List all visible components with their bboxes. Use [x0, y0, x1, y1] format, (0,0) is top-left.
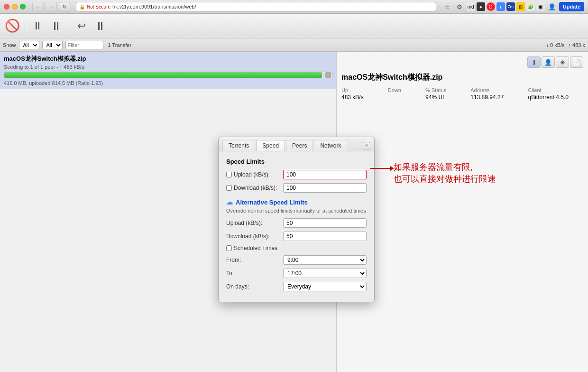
ext-icon-3[interactable]: i: [496, 2, 505, 11]
alt-speed-icon: ☁: [226, 198, 233, 206]
filter-bar: Show All All 1 Transfer ↓ 0 kB/s ↑ 483 k: [0, 38, 588, 52]
transfer-count: 1 Transfer: [108, 42, 132, 48]
traffic-lights: [4, 4, 26, 9]
refresh-button[interactable]: ↻: [59, 2, 70, 11]
client-value: qBittorrent 4.5.0: [528, 94, 583, 101]
url-text: hk.v2fy.com:9091/transmission/web/: [112, 4, 196, 9]
detail-down-col: Down: [388, 87, 416, 101]
progress-container: ⏸: [4, 72, 332, 78]
tab-peers[interactable]: Peers: [286, 140, 313, 151]
from-label: From:: [226, 257, 283, 263]
remove-button[interactable]: ↩: [73, 17, 90, 36]
close-window-button[interactable]: [4, 4, 9, 9]
on-days-row: On days: Everyday: [226, 282, 367, 291]
to-select[interactable]: 17:00: [283, 269, 367, 278]
speed-down: ↓ 0 kB/s: [546, 42, 564, 48]
on-days-label: On days:: [226, 283, 283, 290]
resume-icon: ⏸: [32, 20, 43, 32]
detail-status-col: % Status 94% UI: [425, 87, 461, 101]
browser-titlebar: ← → ↻ 🔒 Not Secure hk.v2fy.com:9091/tran…: [0, 0, 588, 13]
maximize-window-button[interactable]: [20, 4, 26, 9]
bookmark-button[interactable]: ☆: [442, 2, 452, 11]
info-icon: ⏸: [95, 19, 106, 33]
update-button[interactable]: Update: [559, 2, 584, 11]
alt-upload-row: Upload (kB/s):: [226, 218, 367, 228]
detail-up-col: Up 483 kB/s: [341, 87, 378, 101]
ext-icon-7[interactable]: 7m: [506, 2, 515, 11]
torrent-status: Seeding to 1 of 1 peer - ↑ 483 kB/s: [4, 64, 332, 70]
detail-peers-button[interactable]: 👤: [542, 56, 555, 68]
browser-actions: ☆ ⚙ md ● O i 7m ⊞ 🧩 ▣ 👤 Update: [442, 2, 584, 11]
forward-button[interactable]: →: [46, 2, 57, 11]
download-checkbox[interactable]: [226, 185, 232, 191]
progress-bar: [4, 72, 322, 78]
upload-checkbox[interactable]: [226, 172, 232, 177]
tab-torrents[interactable]: Torrents: [222, 140, 255, 151]
on-days-select[interactable]: Everyday: [283, 282, 367, 291]
ext-icon-2[interactable]: ●: [477, 2, 485, 11]
detail-client-col: Client qBittorrent 4.5.0: [528, 87, 583, 101]
add-icon: 🚫: [5, 19, 20, 33]
minimize-window-button[interactable]: [12, 4, 18, 9]
scheduled-row: Scheduled Times: [226, 245, 367, 251]
upload-input[interactable]: [283, 170, 367, 179]
resume-button[interactable]: ⏸: [29, 17, 46, 36]
extensions-button[interactable]: ⚙: [454, 2, 465, 11]
detail-toolbar: ℹ 👤 ✳ 📄: [341, 56, 583, 68]
not-secure-label: Not Secure: [87, 4, 110, 9]
torrent-pause-button[interactable]: ⏸: [325, 72, 331, 78]
from-select[interactable]: 9:00: [283, 255, 367, 265]
detail-files-button[interactable]: 📄: [570, 56, 583, 68]
address-bar[interactable]: 🔒 Not Secure hk.v2fy.com:9091/transmissi…: [76, 2, 436, 11]
ext-icon-4[interactable]: ⊞: [516, 2, 525, 11]
extension-icons: md ● O i 7m ⊞ 🧩 ▣: [467, 2, 545, 11]
show-select[interactable]: All: [19, 41, 39, 49]
status-value: 94% UI: [425, 94, 461, 101]
filter-input[interactable]: [65, 41, 103, 49]
tab-speed[interactable]: Speed: [256, 140, 285, 151]
show-label: Show: [3, 42, 16, 48]
pause-all-icon: ⏸: [51, 19, 62, 33]
tab-network[interactable]: Network: [314, 140, 347, 151]
dialog-tabs: Torrents Speed Peers Network ×: [219, 137, 374, 151]
torrent-item[interactable]: macOS龙神Switch模拟器.zip Seeding to 1 of 1 p…: [0, 52, 336, 89]
alt-speed-title: ☁ Alternative Speed Limits: [226, 198, 367, 206]
pause-all-button[interactable]: ⏸: [48, 17, 65, 36]
ext-icon-puzzle[interactable]: 🧩: [526, 2, 535, 11]
upload-row: Upload (kB/s):: [226, 170, 367, 179]
ext-icon-opera[interactable]: O: [487, 2, 495, 11]
speed-status: ↓ 0 kB/s ↑ 483 k: [546, 42, 585, 48]
back-button[interactable]: ←: [32, 2, 44, 11]
sidebar-button[interactable]: ▣: [536, 2, 545, 11]
lock-icon: 🔒: [79, 4, 85, 9]
alt-download-row: Download (kB/s):: [226, 232, 367, 241]
preferences-dialog: Torrents Speed Peers Network × Speed Lim…: [218, 137, 375, 302]
detail-trackers-button[interactable]: ✳: [556, 56, 569, 68]
profile-button[interactable]: 👤: [547, 2, 557, 11]
alt-description: Override normal speed limits manually or…: [226, 208, 367, 214]
browser-chrome: ← → ↻ 🔒 Not Secure hk.v2fy.com:9091/tran…: [0, 0, 588, 14]
torrent-info: 416.0 MB, uploaded 814.5 MB (Ratio 1.95): [4, 80, 332, 86]
to-label: To:: [226, 270, 283, 277]
dialog-close-button[interactable]: ×: [363, 142, 370, 149]
category-select[interactable]: All: [42, 41, 63, 49]
speed-up: ↑ 483 k: [569, 42, 585, 48]
alt-upload-input[interactable]: [283, 218, 367, 228]
down-label: Down: [388, 87, 416, 93]
speed-limits-title: Speed Limits: [226, 158, 367, 165]
up-value: 483 kB/s: [341, 94, 378, 101]
scheduled-checkbox[interactable]: [226, 245, 232, 251]
detail-address-col: Address 113.89.94.27: [470, 87, 518, 101]
download-label: Download (kB/s):: [226, 185, 283, 191]
alt-download-label: Download (kB/s):: [226, 233, 283, 240]
info-button[interactable]: ⏸: [92, 17, 109, 36]
download-input[interactable]: [283, 183, 367, 193]
alt-download-input[interactable]: [283, 232, 367, 241]
detail-info-button[interactable]: ℹ: [527, 56, 541, 68]
browser-nav: ← → ↻: [32, 2, 70, 11]
up-label: Up: [341, 87, 378, 93]
add-button[interactable]: 🚫: [4, 17, 21, 36]
torrent-name: macOS龙神Switch模拟器.zip: [4, 55, 332, 63]
detail-grid: Up 483 kB/s Down % Status 94% UI Address…: [341, 87, 583, 101]
ext-icon-1[interactable]: md: [467, 2, 475, 11]
